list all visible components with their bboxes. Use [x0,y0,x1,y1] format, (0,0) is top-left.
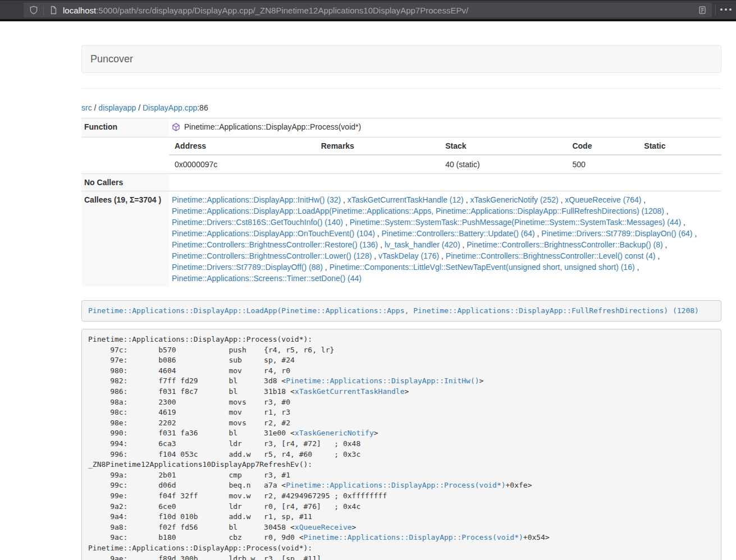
no-callers-label: No Callers [81,173,169,191]
function-name: Pinetime::Applications::DisplayApp::Proc… [184,121,361,132]
callee-link[interactable]: Pinetime::Controllers::Battery::Update()… [382,229,535,238]
browser-toolbar: localhost:5000/path/src/displayapp/Displ… [0,0,736,19]
page-content: Puncover src / displayapp / DisplayApp.c… [81,45,721,560]
callee-link[interactable]: Pinetime::Controllers::BrightnessControl… [446,251,655,260]
asm-symbol-link[interactable]: xQueueReceive [295,523,352,531]
static-value [638,155,721,173]
url-path: :5000/path/src/displayapp/DisplayApp.cpp… [96,6,468,15]
asm-symbol-link[interactable]: Pinetime::Applications::DisplayApp::Proc… [304,533,523,541]
stack-value: 40 (static) [440,155,566,173]
callee-link[interactable]: xTaskGetCurrentTaskHandle (12) [348,195,464,204]
code-value: 500 [566,155,638,173]
col-remarks: Remarks [316,137,440,155]
overflow-menu-icon[interactable] [720,8,732,11]
callee-link[interactable]: Pinetime::Applications::DisplayApp::Init… [172,195,341,204]
callee-link[interactable]: Pinetime::Drivers::St7789::DisplayOff() … [172,263,323,272]
table-row-function: Function Pinetime::Applications::Display… [81,118,721,137]
table-row-details: Address Remarks Stack Code Static 0x0000… [81,137,721,173]
callee-link[interactable]: Pinetime::Controllers::BrightnessControl… [467,240,662,249]
asm-symbol-link[interactable]: Pinetime::Applications::DisplayApp::Proc… [286,481,505,489]
asm-symbol-link[interactable]: Pinetime::Applications::DisplayApp::Init… [286,377,479,385]
callee-link[interactable]: Pinetime::Applications::DisplayApp::OnTo… [172,229,375,238]
reader-mode-icon[interactable] [698,6,707,15]
asm-symbol-link[interactable]: xTaskGenericNotify [295,429,374,437]
callee-link[interactable]: lv_task_handler (420) [385,240,460,249]
callee-link[interactable]: xQueueReceive (764) [565,195,641,204]
callee-link[interactable]: xTaskGenericNotify (252) [470,195,558,204]
col-code: Code [566,137,638,155]
callees-label: Callees (19, Σ=3704 ) [81,191,169,287]
function-table: Function Pinetime::Applications::Display… [81,118,721,287]
snippet-link[interactable]: Pinetime::Applications::DisplayApp::Load… [88,306,699,315]
callee-link[interactable]: Pinetime::Drivers::Cst816S::GetTouchInfo… [172,218,343,227]
page-icon[interactable] [49,6,58,15]
shield-icon[interactable] [29,6,38,15]
table-row-no-callers: No Callers [81,173,721,191]
package-icon [172,123,180,131]
breadcrumb-link[interactable]: src [81,103,92,112]
brand-header: Puncover [81,45,721,73]
breadcrumb-line-number: :86 [197,103,208,112]
url-bar[interactable]: localhost:5000/path/src/displayapp/Displ… [24,3,712,17]
callees-list: Pinetime::Applications::DisplayApp::Init… [169,191,721,287]
breadcrumb-separator: / [136,103,143,112]
callee-link[interactable]: Pinetime::Components::LittleVgl::SetNewT… [330,263,635,272]
brand-link[interactable]: Puncover [90,53,133,65]
breadcrumb-link[interactable]: displayapp [98,103,136,112]
asm-symbol-link[interactable]: xTaskGetCurrentTaskHandle [295,387,405,396]
url-host: localhost [63,6,96,15]
toolbar-separator [715,5,716,15]
url-text[interactable]: localhost:5000/path/src/displayapp/Displ… [63,6,698,15]
address-table: Address Remarks Stack Code Static 0x0000… [169,137,721,173]
function-label: Function [81,118,169,137]
col-address: Address [169,137,316,155]
col-stack: Stack [440,137,566,155]
address-value: 0x0000097c [169,155,316,173]
callee-link[interactable]: Pinetime::System::SystemTask::PushMessag… [350,218,682,227]
callee-link[interactable]: Pinetime::Controllers::BrightnessControl… [172,251,372,260]
remarks-value [316,155,440,173]
divider [81,88,721,89]
breadcrumb: src / displayapp / DisplayApp.cpp:86 [81,102,721,113]
callee-link[interactable]: Pinetime::Applications::DisplayApp::Load… [172,206,664,215]
col-static: Static [638,137,721,155]
breadcrumb-link[interactable]: DisplayApp.cpp [143,103,197,112]
callee-link[interactable]: Pinetime::Controllers::BrightnessControl… [172,240,378,249]
address-table-header: Address Remarks Stack Code Static [169,137,721,155]
toolbar-bottom-edge [0,19,736,21]
callee-link[interactable]: vTaskDelay (176) [378,251,439,260]
address-table-row: 0x0000097c 40 (static) 500 [169,155,721,173]
breadcrumb-separator: / [92,103,99,112]
disassembly: Pinetime::Applications::DisplayApp::Proc… [81,329,721,560]
callee-link[interactable]: Pinetime::Applications::Screens::Timer::… [172,274,362,283]
callee-link[interactable]: Pinetime::Drivers::St7789::DisplayOn() (… [541,229,692,238]
urlbar-separator [43,6,44,15]
snippet-box: Pinetime::Applications::DisplayApp::Load… [81,300,721,322]
table-row-callees: Callees (19, Σ=3704 ) Pinetime::Applicat… [81,191,721,287]
